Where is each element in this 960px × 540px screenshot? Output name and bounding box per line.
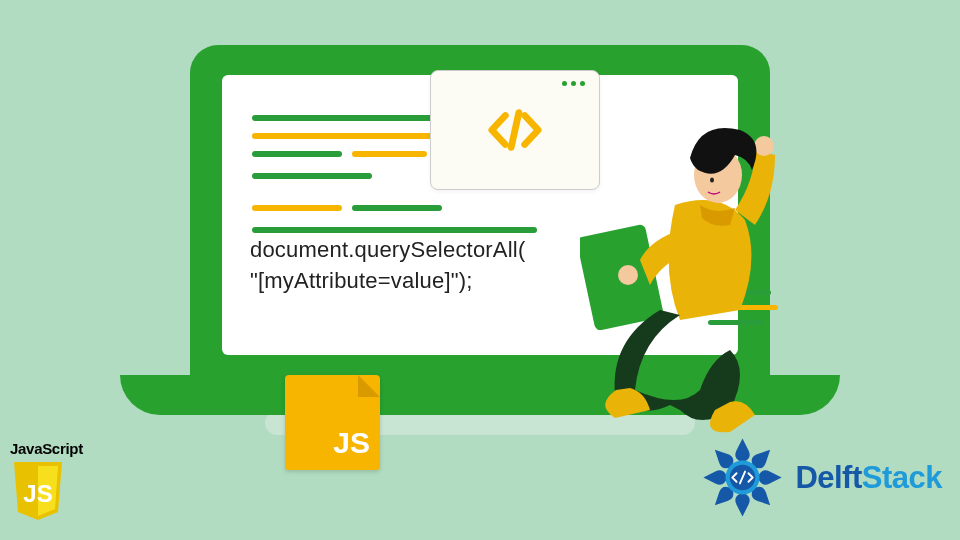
javascript-logo-text: JavaScript — [10, 440, 83, 457]
js-file-badge: JS — [285, 375, 380, 470]
code-line-1: document.querySelectorAll( — [250, 235, 525, 266]
svg-point-3 — [618, 265, 638, 285]
svg-text:JS: JS — [23, 480, 52, 507]
file-fold-icon — [358, 375, 380, 397]
delftstack-mandala-icon — [700, 435, 785, 520]
js-file-label: JS — [333, 426, 370, 460]
svg-point-2 — [754, 136, 774, 156]
illustration-stage: document.querySelectorAll( "[myAttribute… — [0, 0, 960, 540]
window-dots-icon — [562, 81, 585, 86]
javascript-logo: JavaScript JS — [10, 440, 83, 522]
delftstack-logo: DelftStack — [700, 435, 942, 520]
code-brackets-icon — [486, 101, 544, 159]
svg-point-5 — [710, 178, 714, 183]
delftstack-part1: Delft — [795, 460, 861, 495]
developer-illustration — [580, 110, 820, 440]
js-shield-icon: JS — [10, 460, 66, 522]
code-snippet: document.querySelectorAll( "[myAttribute… — [250, 235, 525, 297]
delftstack-part2: Stack — [862, 460, 942, 495]
code-window-card — [430, 70, 600, 190]
delftstack-wordmark: DelftStack — [795, 460, 942, 496]
code-line-2: "[myAttribute=value]"); — [250, 266, 525, 297]
svg-line-0 — [511, 113, 519, 148]
